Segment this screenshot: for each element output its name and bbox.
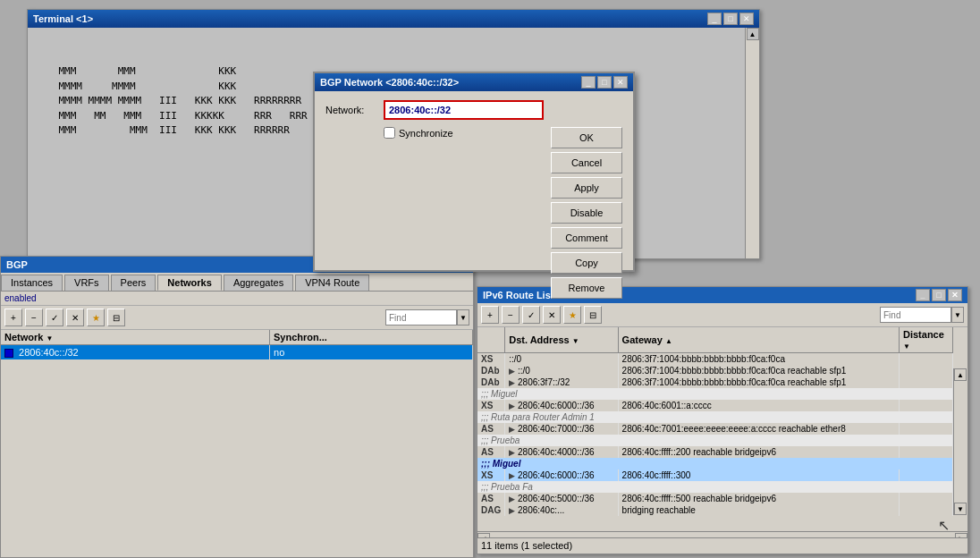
synchronize-label: Synchronize	[399, 128, 453, 139]
filter-btn[interactable]: ⊟	[107, 309, 125, 326]
ok-button[interactable]: OK	[551, 127, 622, 148]
table-row[interactable]: XS ::/0 2806:3f7:1004:bbbb:bbbb:bbbb:f0c…	[477, 353, 953, 366]
find-area: ▼	[385, 309, 469, 326]
comment-button[interactable]: Comment	[551, 227, 622, 249]
table-row[interactable]: DAb ▶ 2806:3f7::/32 2806:3f7:1004:bbbb:b…	[477, 376, 953, 388]
route-type: AS	[481, 447, 494, 457]
bgp-enabled-label: enabled	[1, 292, 473, 306]
bgp-network-dialog: BGP Network <2806:40c::/32> _ □ ✕ Networ…	[313, 72, 635, 272]
col-dst-address[interactable]: Dst. Address ▼	[505, 327, 618, 353]
table-row-selected[interactable]: XS ▶ 2806:40c:6000::/36 2806:40c:ffff::3…	[477, 469, 953, 481]
table-row-comment-highlight: ;;; Miguel	[477, 458, 953, 469]
tab-networks[interactable]: Networks	[157, 275, 222, 291]
terminal-maximize-btn[interactable]: □	[723, 13, 738, 25]
terminal-titlebar: Terminal <1> _ □ ✕	[28, 10, 759, 28]
cancel-button[interactable]: Cancel	[551, 152, 622, 173]
terminal-minimize-btn[interactable]: _	[707, 13, 722, 25]
ipv6-minimize-btn[interactable]: _	[916, 289, 930, 301]
ipv6-remove-btn[interactable]: −	[502, 306, 520, 324]
synchronize-row: Synchronize	[384, 127, 544, 139]
dialog-close-btn[interactable]: ✕	[613, 76, 628, 89]
cross-btn[interactable]: ✕	[66, 309, 84, 326]
route-type: XS	[481, 470, 493, 480]
route-type: DAb	[481, 377, 500, 387]
apply-button[interactable]: Apply	[551, 177, 622, 199]
dialog-win-buttons: _ □ ✕	[581, 76, 628, 89]
ipv6-status-bar: 11 items (1 selected)	[477, 537, 967, 554]
bgp-toolbar: + − ✓ ✕ ★ ⊟ ▼	[1, 306, 473, 330]
ipv6-panel: IPv6 Route List _ □ ✕ + − ✓ ✕ ★ ⊟ ▼ Dst.…	[477, 286, 968, 554]
dialog-maximize-btn[interactable]: □	[597, 76, 612, 89]
table-row[interactable]: 2806:40c::/32 no	[1, 345, 473, 360]
table-row-comment: ;;; Prueba Fa	[477, 481, 953, 493]
ipv6-status-text: 11 items (1 selected)	[481, 540, 572, 551]
dialog-body: Network: Synchronize OK Cancel Apply Dis…	[315, 91, 633, 270]
star-btn[interactable]: ★	[87, 309, 105, 326]
dialog-titlebar: BGP Network <2806:40c::/32> _ □ ✕	[315, 73, 633, 91]
remove-button[interactable]: Remove	[551, 277, 622, 299]
terminal-title: Terminal <1>	[33, 13, 93, 24]
find-input[interactable]	[385, 309, 457, 326]
table-row[interactable]: AS ▶ 2806:40c:5000::/36 2806:40c:ffff::5…	[477, 493, 953, 504]
table-row-comment: ;;; Miguel	[477, 388, 953, 400]
dialog-minimize-btn[interactable]: _	[581, 76, 596, 89]
terminal-close-btn[interactable]: ✕	[739, 13, 754, 25]
route-type: XS	[481, 401, 493, 410]
synchronize-checkbox[interactable]	[384, 127, 395, 139]
table-row-comment: ;;; Prueba	[477, 435, 953, 446]
col-distance[interactable]: Distance ▼	[900, 327, 953, 353]
tab-vrfs[interactable]: VRFs	[64, 275, 109, 291]
network-input[interactable]	[384, 100, 544, 120]
table-row[interactable]: DAG ▶ 2806:40c:... bridging reachable	[477, 504, 953, 516]
tab-vpn4-route[interactable]: VPN4 Route	[295, 275, 369, 291]
route-type: DAb	[481, 366, 500, 376]
ipv6-win-buttons: _ □ ✕	[916, 289, 962, 301]
scroll-down[interactable]: ▼	[954, 503, 967, 515]
scroll-up[interactable]: ▲	[954, 368, 967, 381]
ipv6-cross-btn[interactable]: ✕	[543, 306, 561, 324]
route-type: DAG	[481, 505, 501, 515]
bgp-network-table: Network ▼ Synchron... 2806:40c::/32 no	[1, 330, 473, 359]
bgp-tabs: Instances VRFs Peers Networks Aggregates…	[1, 273, 473, 292]
bgp-table-container: Network ▼ Synchron... 2806:40c::/32 no	[1, 330, 473, 528]
col-type	[477, 327, 505, 353]
tab-aggregates[interactable]: Aggregates	[224, 275, 293, 291]
ipv6-find-arrow-down[interactable]: ▼	[951, 307, 964, 323]
disable-button[interactable]: Disable	[551, 202, 622, 224]
table-row[interactable]: AS ▶ 2806:40c:4000::/36 2806:40c:ffff::2…	[477, 446, 953, 458]
ipv6-panel-title: IPv6 Route List	[483, 290, 553, 300]
table-row-comment: ;;; Ruta para Router Admin 1	[477, 411, 953, 423]
tab-instances[interactable]: Instances	[1, 275, 63, 291]
ipv6-filter-btn[interactable]: ⊟	[584, 306, 602, 324]
dialog-buttons: OK Cancel Apply Disable Comment Copy Rem…	[551, 127, 622, 299]
col-gateway[interactable]: Gateway ▲	[618, 327, 899, 353]
bgp-panel-title: BGP	[6, 259, 28, 270]
ipv6-add-button[interactable]: +	[481, 306, 499, 324]
cursor-indicator: ↖	[938, 517, 950, 534]
check-btn[interactable]: ✓	[46, 309, 63, 326]
terminal-win-buttons: _ □ ✕	[707, 13, 754, 25]
tab-peers[interactable]: Peers	[111, 275, 156, 291]
network-label: Network:	[325, 105, 384, 115]
add-button[interactable]: +	[4, 309, 22, 326]
ipv6-find-input[interactable]	[880, 307, 951, 323]
col-network[interactable]: Network ▼	[1, 330, 270, 345]
copy-button[interactable]: Copy	[551, 252, 622, 274]
ipv6-check-btn[interactable]: ✓	[522, 306, 540, 324]
scroll-up-arrow[interactable]: ▲	[747, 28, 759, 40]
ipv6-close-btn[interactable]: ✕	[948, 289, 962, 301]
table-row[interactable]: AS ▶ 2806:40c:7000::/36 2806:40c:7001:ee…	[477, 423, 953, 435]
table-row[interactable]: XS ▶ 2806:40c:6000::/36 2806:40c:6001::a…	[477, 400, 953, 411]
ipv6-toolbar: + − ✓ ✕ ★ ⊟ ▼	[477, 303, 967, 327]
remove-btn[interactable]: −	[25, 309, 43, 326]
find-arrow-down[interactable]: ▼	[457, 309, 469, 326]
terminal-scrollbar[interactable]: ▲	[745, 28, 759, 258]
ipv6-table-scroll[interactable]: Dst. Address ▼ Gateway ▲ Distance ▼ XS :…	[477, 327, 953, 531]
route-type: XS	[481, 354, 493, 364]
network-icon	[4, 349, 13, 358]
col-synchronize[interactable]: Synchron...	[270, 330, 473, 345]
ipv6-maximize-btn[interactable]: □	[932, 289, 946, 301]
table-row[interactable]: DAb ▶ ::/0 2806:3f7:1004:bbbb:bbbb:bbbb:…	[477, 365, 953, 376]
ipv6-vertical-scrollbar[interactable]: ▲ ▼	[953, 368, 967, 515]
ipv6-star-btn[interactable]: ★	[563, 306, 581, 324]
